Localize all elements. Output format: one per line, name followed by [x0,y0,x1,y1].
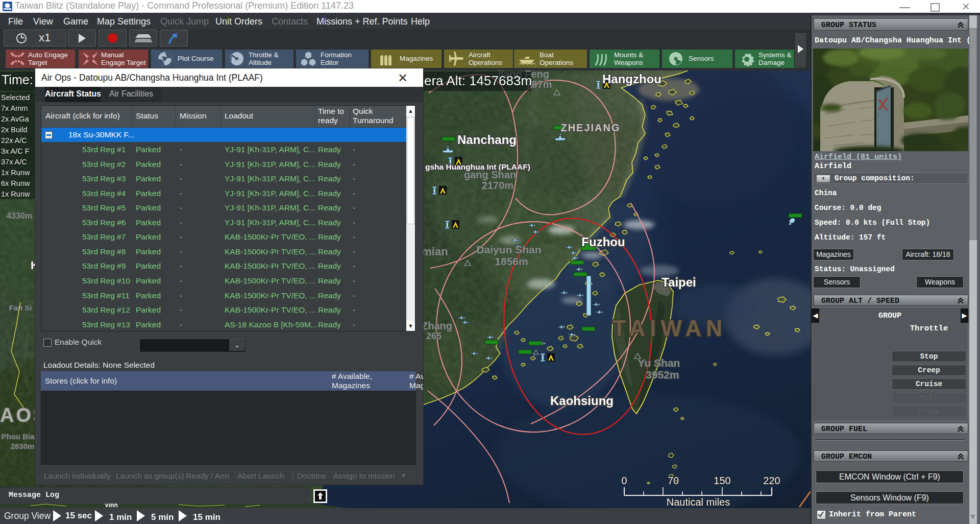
svg-text:Yu Shan: Yu Shan [638,357,680,369]
svg-text:150: 150 [714,475,730,486]
svg-text:3952m: 3952m [646,369,679,380]
svg-text:Nautical miles: Nautical miles [667,496,730,508]
svg-text:Phou Bia: Phou Bia [1,432,35,441]
svg-text:Taipei: Taipei [662,275,696,289]
svg-text:Hangzhou: Hangzhou [602,72,662,86]
svg-text:220: 220 [763,475,780,486]
svg-text:1856m: 1856m [495,255,528,267]
svg-text:Daiyun Shan: Daiyun Shan [476,244,541,255]
svg-text:0: 0 [621,475,627,486]
svg-text:265: 265 [426,331,442,341]
svg-text:gang Shan: gang Shan [464,169,516,180]
svg-text:TAIWAN: TAIWAN [612,316,727,341]
svg-text:2830m: 2830m [11,442,35,450]
svg-text:70: 70 [668,475,679,486]
svg-text:4330m: 4330m [7,211,32,220]
svg-text:Nanchang: Nanchang [457,133,517,147]
svg-text:Kaohsiung: Kaohsiung [550,394,614,408]
svg-text:2170m: 2170m [482,180,513,191]
svg-text:Zhang: Zhang [422,320,452,331]
svg-text:Fan Si: Fan Si [9,303,32,312]
svg-text:Fuzhou: Fuzhou [581,235,625,249]
svg-text:ZHEJIANG: ZHEJIANG [560,122,620,133]
svg-text:mian: mian [422,245,448,258]
